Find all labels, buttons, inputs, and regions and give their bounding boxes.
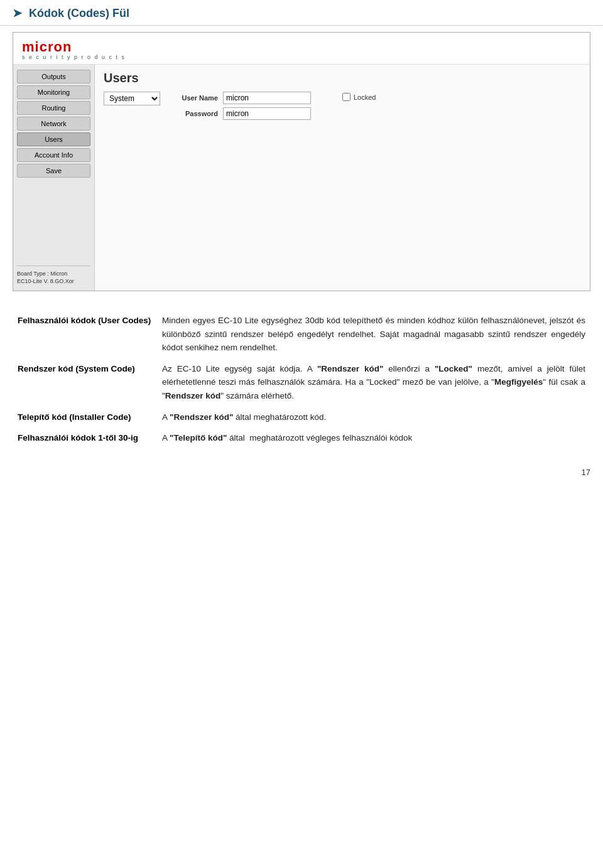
brand-logo: micron (22, 39, 581, 55)
desc-felhasznaloi-text: Minden egyes EC-10 Lite egységhez 30db k… (162, 316, 585, 352)
panel-title: Users (104, 71, 581, 85)
term-rendszer: Rendszer kód (System Code) (13, 358, 157, 407)
password-label: Password (173, 110, 218, 117)
username-row: User Name (173, 92, 311, 104)
sidebar-item-users[interactable]: Users (17, 132, 90, 146)
main-panel: Users System User Name Password (95, 65, 590, 291)
board-type-label: Board Type : Micron (17, 270, 90, 278)
table-row: Felhasználói kódok 1-től 30-ig A "Telepí… (13, 427, 590, 449)
ui-body: Outputs Monitoring Routing Network Users… (13, 65, 590, 291)
sidebar-spacer (17, 179, 90, 259)
password-input[interactable] (223, 107, 311, 120)
user-select-area: System (104, 92, 160, 105)
user-dropdown[interactable]: System (104, 92, 160, 105)
page-title: Kódok (Codes) Fül (29, 7, 129, 19)
username-input[interactable] (223, 92, 311, 104)
screenshot-area: micron s e c u r i t y p r o d u c t s O… (13, 32, 590, 291)
users-form: System User Name Password (104, 92, 581, 120)
page-header: ➤ Kódok (Codes) Fül (0, 0, 603, 26)
term-telepito: Telepítő kód (Installer Code) (13, 407, 157, 428)
user-fields: User Name Password (173, 92, 311, 120)
doc-content: Felhasználói kódok (User Codes) Minden e… (0, 297, 603, 461)
desc-felhasznaloi: Minden egyes EC-10 Lite egységhez 30db k… (157, 310, 590, 358)
logo-bar: micron s e c u r i t y p r o d u c t s (13, 33, 590, 65)
brand-tagline: s e c u r i t y p r o d u c t s (22, 54, 581, 60)
board-version: EC10-Lite V. 8.GO.Xor (17, 277, 90, 286)
bold-rendszer-kod2: Rendszer kód (165, 391, 221, 400)
bold-telepito-kod: "Telepítő kód" (170, 433, 227, 442)
arrow-icon: ➤ (13, 7, 22, 19)
board-info: Board Type : Micron EC10-Lite V. 8.GO.Xo… (17, 265, 90, 286)
desc-felhasznaloi-1-30: A "Telepítő kód" által meghatározott vég… (157, 427, 590, 449)
sidebar-item-network[interactable]: Network (17, 117, 90, 131)
bold-rendszer-kod: "Rendszer kód" (317, 364, 384, 373)
term-felhasznaloi-1-30: Felhasználói kódok 1-től 30-ig (13, 427, 157, 449)
term-felhasznaloi: Felhasználói kódok (User Codes) (13, 310, 157, 358)
page-number: 17 (0, 461, 603, 483)
table-row: Telepítő kód (Installer Code) A "Rendsze… (13, 407, 590, 428)
sidebar-item-outputs[interactable]: Outputs (17, 70, 90, 83)
sidebar-item-save[interactable]: Save (17, 164, 90, 178)
bold-megfigyelés: Megfigyelés (494, 377, 543, 387)
sidebar-item-routing[interactable]: Routing (17, 101, 90, 115)
bold-locked: "Locked" (435, 364, 472, 373)
locked-checkbox[interactable] (342, 93, 350, 101)
sidebar-item-account-info[interactable]: Account Info (17, 148, 90, 162)
desc-rendszer: Az EC-10 Lite egység saját kódja. A "Ren… (157, 358, 590, 407)
locked-area: Locked (342, 93, 376, 101)
desc-telepito: A "Rendszer kód" által meghatározott kód… (157, 407, 590, 428)
sidebar: Outputs Monitoring Routing Network Users… (13, 65, 95, 291)
password-row: Password (173, 107, 311, 120)
locked-label: Locked (354, 94, 376, 101)
sidebar-item-monitoring[interactable]: Monitoring (17, 85, 90, 99)
table-row: Rendszer kód (System Code) Az EC-10 Lite… (13, 358, 590, 407)
content-table: Felhasználói kódok (User Codes) Minden e… (13, 310, 590, 449)
username-label: User Name (173, 94, 218, 102)
table-row: Felhasználói kódok (User Codes) Minden e… (13, 310, 590, 358)
bold-rendszer-kod3: "Rendszer kód" (170, 412, 233, 422)
